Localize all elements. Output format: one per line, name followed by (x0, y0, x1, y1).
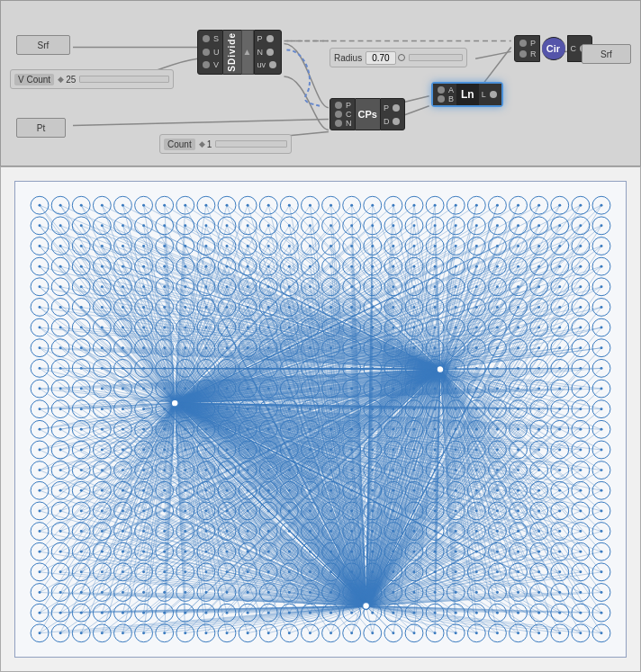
srf2-node[interactable]: Srf (582, 44, 631, 64)
radius-node[interactable]: Radius 0.70 (330, 48, 467, 67)
radius-handle[interactable] (398, 54, 405, 61)
svg-point-2791 (413, 530, 416, 533)
pt-node[interactable]: Pt (16, 118, 66, 138)
svg-point-2011 (455, 245, 457, 247)
ln-out-l (490, 91, 497, 98)
svg-point-2693 (558, 489, 561, 492)
svg-point-2797 (475, 530, 478, 533)
radius-slider[interactable] (409, 54, 463, 61)
svg-point-2445 (309, 408, 311, 410)
svg-point-2281 (350, 346, 353, 349)
count-node[interactable]: Count ◆ 1 (159, 134, 292, 154)
svg-point-2335 (330, 367, 332, 370)
svg-point-2431 (163, 408, 166, 410)
svg-point-2835 (288, 551, 291, 553)
svg-point-2859 (537, 551, 540, 553)
svg-point-2721 (267, 509, 270, 512)
svg-point-1947 (371, 224, 374, 227)
svg-point-2441 (267, 408, 270, 410)
svg-point-2009 (434, 245, 437, 247)
svg-point-2745 (517, 509, 519, 512)
svg-point-2573 (475, 448, 478, 451)
svg-point-2327 (247, 367, 249, 370)
svg-point-2633 (517, 469, 519, 471)
svg-point-2397 (392, 388, 394, 390)
ln-node[interactable]: A B Ln L (431, 82, 503, 107)
svg-point-2463 (496, 408, 499, 410)
svg-point-2193 (600, 306, 603, 309)
svg-point-2269 (226, 346, 229, 349)
svg-point-2611 (288, 469, 291, 471)
svg-point-2507 (371, 428, 374, 431)
svg-point-3047 (163, 632, 166, 634)
svg-point-3033 (600, 612, 603, 614)
svg-point-3079 (496, 632, 499, 634)
svg-point-2143 (80, 306, 83, 309)
cir-node[interactable]: P R Cir C (514, 35, 592, 62)
vcount-node[interactable]: V Count ◆ 25 (10, 69, 174, 89)
svg-point-1865 (101, 204, 104, 207)
svg-point-2869 (59, 570, 62, 573)
svg-point-2881 (184, 570, 186, 573)
svg-point-2213 (226, 327, 229, 329)
svg-point-2753 (600, 509, 603, 512)
svg-point-2293 (475, 346, 478, 349)
svg-point-1859 (39, 204, 41, 207)
svg-point-2913 (517, 570, 519, 573)
svg-point-2975 (579, 591, 582, 594)
svg-point-2045 (226, 265, 229, 268)
svg-point-2595 (122, 469, 124, 471)
svg-point-1889 (350, 204, 353, 207)
svg-point-2347 (455, 367, 457, 370)
svg-point-2885 (226, 570, 229, 573)
ln-out-ports: L (479, 84, 501, 105)
ln-in-b (438, 95, 445, 103)
svg-point-3053 (226, 632, 229, 634)
svg-point-2479 (80, 428, 83, 431)
svg-point-2141 (59, 306, 62, 309)
svg-point-2831 (247, 551, 249, 553)
svg-point-2601 (184, 469, 186, 471)
svg-point-2777 (267, 530, 270, 533)
svg-point-2695 (579, 489, 582, 492)
svg-point-2559 (330, 448, 332, 451)
svg-point-2523 (537, 428, 540, 431)
svg-point-2485 (142, 428, 145, 431)
svg-point-2811 (39, 551, 41, 553)
cps-node[interactable]: P C N CPs P D (330, 98, 405, 130)
cir-icon: Cir (542, 37, 565, 60)
cps-in-c (335, 111, 342, 118)
svg-point-1935 (247, 224, 249, 227)
svg-point-2875 (122, 570, 124, 573)
svg-point-1875 (204, 204, 207, 207)
svg-point-2235 (455, 327, 457, 329)
vcount-slider[interactable] (79, 76, 169, 83)
sdivide-node[interactable]: S U V SDivide ▲ P N (197, 30, 282, 75)
svg-point-2191 (579, 306, 582, 309)
svg-point-2925 (59, 591, 62, 594)
sdivide-port-v (203, 61, 210, 68)
svg-point-1861 (59, 204, 62, 207)
svg-point-2331 (288, 367, 291, 370)
viewport-canvas[interactable] (14, 181, 627, 658)
cps-out-p (393, 104, 400, 112)
srf1-node[interactable]: Srf (16, 35, 70, 55)
svg-point-2065 (434, 265, 437, 268)
svg-point-2725 (309, 509, 311, 512)
svg-point-2135 (579, 285, 582, 288)
svg-point-2169 (350, 306, 353, 309)
svg-point-2329 (267, 367, 270, 370)
svg-point-1887 (330, 204, 332, 207)
svg-point-2325 (226, 367, 229, 370)
count-slider[interactable] (215, 140, 287, 148)
sdivide-title-area: SDivide (223, 30, 241, 75)
svg-point-2967 (496, 591, 499, 594)
svg-point-2939 (204, 591, 207, 594)
radius-value: 0.70 (366, 51, 395, 65)
svg-point-1893 (392, 204, 394, 207)
svg-point-2609 (267, 469, 270, 471)
cir-in-ports: P R (514, 35, 540, 62)
svg-point-3067 (371, 632, 374, 634)
svg-point-1981 (142, 245, 145, 247)
svg-point-3089 (600, 632, 603, 634)
